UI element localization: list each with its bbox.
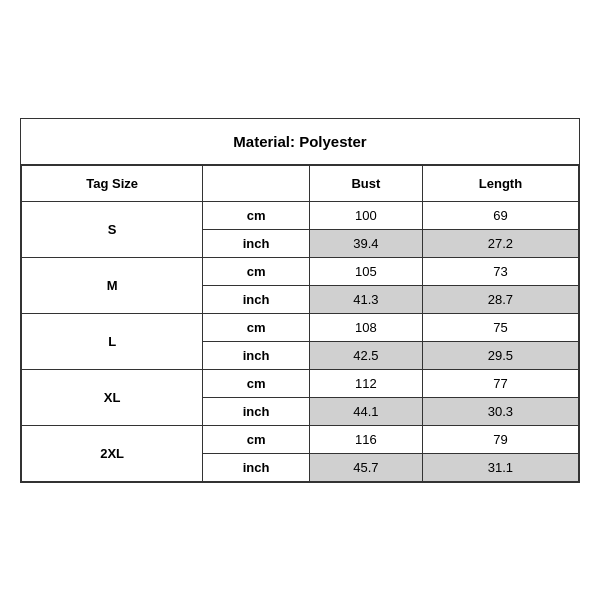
cm-unit-XL: cm [203,369,310,397]
inch-unit-L: inch [203,341,310,369]
inch-length-XL: 30.3 [422,397,578,425]
header-bust: Bust [309,165,422,201]
inch-bust-L: 42.5 [309,341,422,369]
inch-bust-2XL: 45.7 [309,453,422,481]
chart-title: Material: Polyester [21,119,579,165]
size-table: Tag Size Bust Length Scm10069inch39.427.… [21,165,579,482]
header-unit-col [203,165,310,201]
cm-bust-XL: 112 [309,369,422,397]
cm-bust-M: 105 [309,257,422,285]
cm-length-XL: 77 [422,369,578,397]
cm-length-L: 75 [422,313,578,341]
table-row: 2XLcm11679 [22,425,579,453]
inch-unit-XL: inch [203,397,310,425]
inch-bust-M: 41.3 [309,285,422,313]
cm-bust-2XL: 116 [309,425,422,453]
cm-bust-S: 100 [309,201,422,229]
size-label-M: M [22,257,203,313]
table-row: XLcm11277 [22,369,579,397]
size-label-S: S [22,201,203,257]
inch-length-2XL: 31.1 [422,453,578,481]
cm-bust-L: 108 [309,313,422,341]
cm-unit-M: cm [203,257,310,285]
cm-unit-S: cm [203,201,310,229]
inch-length-L: 29.5 [422,341,578,369]
inch-length-M: 28.7 [422,285,578,313]
size-chart: Material: Polyester Tag Size Bust Length… [20,118,580,483]
inch-unit-2XL: inch [203,453,310,481]
cm-length-S: 69 [422,201,578,229]
inch-unit-S: inch [203,229,310,257]
inch-bust-XL: 44.1 [309,397,422,425]
inch-length-S: 27.2 [422,229,578,257]
size-label-L: L [22,313,203,369]
cm-unit-L: cm [203,313,310,341]
cm-length-M: 73 [422,257,578,285]
cm-unit-2XL: cm [203,425,310,453]
header-length: Length [422,165,578,201]
inch-unit-M: inch [203,285,310,313]
size-label-XL: XL [22,369,203,425]
header-tag-size: Tag Size [22,165,203,201]
cm-length-2XL: 79 [422,425,578,453]
table-row: Lcm10875 [22,313,579,341]
table-row: Mcm10573 [22,257,579,285]
table-header: Tag Size Bust Length [22,165,579,201]
size-label-2XL: 2XL [22,425,203,481]
inch-bust-S: 39.4 [309,229,422,257]
table-row: Scm10069 [22,201,579,229]
